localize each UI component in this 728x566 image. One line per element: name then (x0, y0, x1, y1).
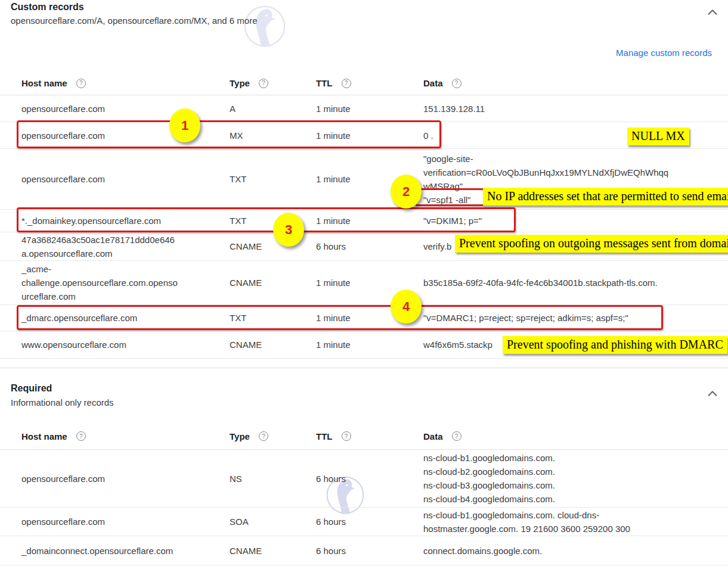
ttl-label: TTL (316, 431, 333, 441)
custom-records-table: Host name ? Type ? TTL ? Data ? opensour… (0, 71, 728, 359)
type-label: Type (230, 78, 250, 88)
ttl-cell: 6 hours (316, 517, 423, 527)
annotation-highlight-null-mx: NULL MX (627, 127, 689, 145)
manage-custom-records-link[interactable]: Manage custom records (616, 48, 712, 58)
help-icon[interactable]: ? (342, 431, 351, 441)
type-cell: A (230, 104, 316, 114)
annotation-highlight-dmarc: Prevent spoofing and phishing with DMARC (503, 336, 727, 354)
table-row: opensourceflare.comA1 minute151.139.128.… (0, 95, 728, 122)
type-cell: CNAME (230, 241, 316, 251)
data-label: Data (423, 431, 443, 441)
annotation-marker-3: 3 (273, 213, 304, 247)
table-row: _dmarc.opensourceflare.comTXT1 minute"v=… (0, 305, 728, 331)
data-cell: 151.139.128.11 (423, 102, 728, 116)
host-cell: _acme-challenge.opensourceflare.com.open… (21, 262, 230, 303)
data-cell: ns-cloud-b1.googledomains.com. cloud-dns… (423, 508, 728, 536)
type-cell: NS (230, 474, 316, 484)
host-cell: 47a368246a3c50ac1e78171ddd0e646a.opensou… (21, 233, 230, 260)
data-cell: "v=DKIM1; p=" (423, 214, 728, 228)
host-cell: opensourceflare.com (21, 472, 230, 486)
ttl-cell: 1 minute (316, 216, 423, 226)
required-records-title: Required (11, 383, 52, 394)
ttl-column-header: TTL ? (316, 431, 423, 441)
table-row: opensourceflare.comMX1 minute0 . (0, 122, 728, 149)
type-label: Type (230, 431, 250, 441)
required-records-subtitle: Informational only records (11, 397, 114, 408)
help-icon[interactable]: ? (76, 431, 86, 441)
host-name-label: Host name (21, 431, 67, 441)
host-name-column-header: Host name ? (21, 78, 230, 88)
annotation-marker-1: 1 (169, 108, 200, 142)
type-column-header: Type ? (230, 78, 316, 88)
custom-records-header-row: Host name ? Type ? TTL ? Data ? (0, 71, 728, 95)
required-records-header-row: Host name ? Type ? TTL ? Data ? (0, 423, 728, 450)
ttl-cell: 6 hours (316, 546, 423, 556)
data-label: Data (423, 78, 443, 88)
type-cell: TXT (230, 174, 316, 184)
annotation-marker-4: 4 (391, 290, 422, 324)
data-column-header: Data ? (423, 78, 728, 88)
custom-records-title: Custom records (11, 2, 84, 13)
type-column-header: Type ? (230, 431, 316, 441)
ttl-column-header: TTL ? (316, 78, 423, 88)
host-cell: *._domainkey.opensourceflare.com (21, 214, 230, 228)
type-cell: TXT (230, 313, 316, 323)
help-icon[interactable]: ? (452, 79, 461, 88)
help-icon[interactable]: ? (259, 431, 268, 441)
host-cell: _dmarc.opensourceflare.com (21, 311, 230, 325)
table-row: *._domainkey.opensourceflare.comTXT1 min… (0, 210, 728, 232)
ttl-cell: 6 hours (316, 474, 423, 484)
ttl-cell: 1 minute (316, 278, 423, 288)
help-icon[interactable]: ? (76, 79, 86, 88)
help-icon[interactable]: ? (342, 79, 351, 88)
dns-records-page: Custom records opensourceflare.com/A, op… (0, 0, 728, 566)
penguin-watermark-icon (243, 5, 286, 48)
ttl-cell: 1 minute (316, 104, 423, 114)
annotation-marker-2: 2 (391, 175, 422, 209)
type-cell: CNAME (230, 546, 316, 556)
collapse-required-records-chevron-up-icon[interactable] (706, 387, 719, 400)
table-row: opensourceflare.comSOA6 hoursns-cloud-b1… (0, 508, 728, 536)
table-row: _domainconnect.opensourceflare.comCNAME6… (0, 536, 728, 566)
section-divider (0, 368, 728, 368)
type-cell: SOA (230, 517, 316, 527)
table-row: _acme-challenge.opensourceflare.com.open… (0, 261, 728, 305)
ttl-cell: 1 minute (316, 130, 423, 141)
help-icon[interactable]: ? (452, 431, 461, 441)
host-cell: opensourceflare.com (21, 515, 230, 528)
annotation-highlight-spf: No IP addresses set that are permitted t… (483, 188, 728, 206)
ttl-cell: 1 minute (316, 340, 423, 350)
host-name-label: Host name (21, 78, 67, 88)
host-cell: www.opensourceflare.com (21, 338, 230, 352)
help-icon[interactable]: ? (259, 79, 268, 88)
type-cell: CNAME (230, 278, 316, 288)
host-cell: opensourceflare.com (21, 102, 230, 116)
data-cell: connect.domains.google.com. (423, 544, 728, 558)
ttl-label: TTL (316, 78, 333, 88)
data-cell: "v=DMARC1; p=reject; sp=reject; adkim=s;… (423, 311, 728, 325)
data-cell: ns-cloud-b1.googledomains.com.ns-cloud-b… (423, 451, 728, 506)
collapse-custom-records-chevron-up-icon[interactable] (706, 6, 719, 19)
host-name-column-header: Host name ? (21, 431, 230, 441)
ttl-cell: 6 hours (316, 241, 423, 251)
type-cell: CNAME (230, 340, 316, 350)
required-records-table: Host name ? Type ? TTL ? Data ? opensour… (0, 423, 728, 566)
table-row: opensourceflare.comNS6 hoursns-cloud-b1.… (0, 450, 728, 508)
data-column-header: Data ? (423, 431, 728, 441)
type-cell: MX (230, 130, 316, 141)
data-cell: b35c185a-69f2-40fa-94fc-fe4c6b34001b.sta… (423, 276, 728, 290)
host-cell: opensourceflare.com (21, 172, 230, 186)
annotation-highlight-dkim: Prevent spoofing on outgoing messages se… (455, 235, 728, 253)
host-cell: _domainconnect.opensourceflare.com (21, 544, 230, 558)
custom-records-subtitle: opensourceflare.com/A, opensourceflare.c… (11, 15, 258, 26)
